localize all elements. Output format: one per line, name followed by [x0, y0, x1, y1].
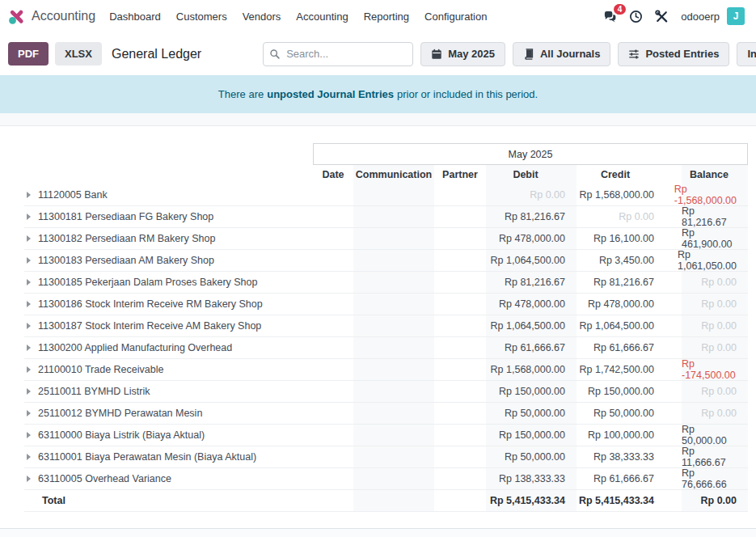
account-row-cell[interactable]: 11300185 Pekerjaan Dalam Proses Bakery S…: [24, 272, 313, 294]
date-filter-label: May 2025: [448, 48, 495, 60]
balance-cell: Rp 0.00: [682, 272, 748, 294]
date-cell: [313, 272, 353, 294]
credit-cell: Rp 61,666.67: [577, 468, 682, 490]
account-row-cell[interactable]: 11120005 Bank: [24, 184, 313, 206]
messages-button[interactable]: 4: [603, 10, 617, 23]
balance-cell: Rp 1,061,050.00: [682, 250, 748, 272]
account-row-cell[interactable]: 11300181 Persediaan FG Bakery Shop: [24, 206, 313, 228]
account-row-cell[interactable]: 11300200 Applied Manufacturing Overhead: [24, 337, 313, 359]
expand-caret-icon[interactable]: [27, 388, 31, 395]
posted-entries-filter[interactable]: Posted Entries: [618, 42, 729, 66]
total-label: Total: [42, 495, 65, 506]
debit-cell: Rp 61,666.67: [486, 337, 577, 359]
communication-cell: [353, 228, 434, 250]
tools-icon: [655, 10, 669, 23]
account-row-cell[interactable]: 11300182 Persediaan RM Bakery Shop: [24, 228, 313, 250]
account-row-cell[interactable]: 11300183 Persediaan AM Bakery Shop: [24, 250, 313, 272]
journals-filter[interactable]: All Journals: [513, 42, 610, 66]
app-name: Accounting: [32, 9, 95, 23]
user-menu[interactable]: odooerp J: [681, 7, 745, 25]
app-switcher[interactable]: Accounting: [8, 8, 95, 25]
menu-item-configuration[interactable]: Configuration: [424, 11, 487, 23]
systray: 4 odooerp J: [603, 7, 745, 25]
expand-caret-icon[interactable]: [27, 476, 31, 482]
account-row-cell[interactable]: 25110012 BYMHD Perawatan Mesin: [24, 403, 313, 425]
date-cell: [313, 294, 353, 315]
account-label: 11300181 Persediaan FG Bakery Shop: [38, 211, 213, 222]
date-cell: [313, 446, 353, 468]
communication-cell: [353, 294, 434, 315]
expand-caret-icon[interactable]: [27, 214, 31, 220]
alert-text-suffix: prior or included in this period.: [397, 88, 538, 100]
partner-cell: [434, 272, 486, 294]
balance-cell: Rp 0.00: [682, 403, 748, 425]
partner-cell: [434, 206, 486, 228]
odoo-logo-icon: [8, 8, 25, 25]
expand-caret-icon[interactable]: [27, 323, 31, 329]
account-row-cell[interactable]: 21100010 Trade Receivable: [24, 359, 313, 381]
date-cell: [313, 228, 353, 250]
menu-item-reporting[interactable]: Reporting: [364, 11, 409, 23]
journals-filter-label: All Journals: [540, 48, 600, 60]
credit-cell: Rp 1,064,500.00: [577, 315, 682, 337]
unposted-entries-link[interactable]: unposted Journal Entries: [267, 88, 394, 100]
pdf-export-button[interactable]: PDF: [8, 42, 49, 66]
debit-cell: Rp 50,000.00: [486, 403, 577, 425]
balance-cell: Rp 0.00: [682, 381, 748, 403]
credit-cell: Rp 50,000.00: [577, 403, 682, 425]
debit-cell: Rp 478,000.00: [486, 294, 577, 315]
communication-cell: [353, 315, 434, 337]
date-cell: [313, 381, 353, 403]
expand-caret-icon[interactable]: [27, 345, 31, 351]
account-label: 63110000 Biaya Listrik (Biaya Aktual): [38, 429, 205, 441]
debit-cell: Rp 1,064,500.00: [486, 315, 577, 337]
expand-caret-icon[interactable]: [27, 235, 31, 242]
debit-cell: Rp 1,568,000.00: [486, 359, 577, 381]
sliders-icon: [628, 49, 640, 60]
expand-caret-icon[interactable]: [27, 192, 31, 198]
expand-caret-icon[interactable]: [27, 257, 31, 264]
menu-item-vendors[interactable]: Vendors: [243, 11, 281, 23]
account-row-cell[interactable]: 25110011 BYMHD Listrik: [24, 381, 313, 403]
menu-item-dashboard[interactable]: Dashboard: [109, 11, 161, 23]
balance-cell: Rp 0.00: [682, 315, 748, 337]
partner-cell: [434, 490, 486, 512]
partner-cell: [434, 381, 486, 403]
communication-cell: [353, 184, 434, 206]
account-row-cell[interactable]: 11300187 Stock Interim Receive AM Bakery…: [24, 315, 313, 337]
menu-item-accounting[interactable]: Accounting: [296, 11, 348, 23]
search-box: [263, 42, 413, 66]
menu-item-customers[interactable]: Customers: [176, 11, 227, 23]
partner-cell: [434, 403, 486, 425]
account-label: 11300186 Stock Interim Receive RM Bakery…: [38, 298, 263, 310]
currency-filter[interactable]: In .Rp: [737, 42, 756, 66]
account-row-cell[interactable]: 11300186 Stock Interim Receive RM Bakery…: [24, 294, 313, 315]
posted-entries-filter-label: Posted Entries: [645, 48, 719, 60]
search-input[interactable]: [263, 42, 413, 66]
account-label: 11300200 Applied Manufacturing Overhead: [38, 342, 232, 353]
expand-caret-icon[interactable]: [27, 279, 31, 285]
expand-caret-icon[interactable]: [27, 410, 31, 416]
expand-caret-icon[interactable]: [27, 301, 31, 307]
tools-button[interactable]: [655, 10, 669, 23]
communication-cell: [353, 337, 434, 359]
account-row-cell[interactable]: 63110000 Biaya Listrik (Biaya Aktual): [24, 425, 313, 446]
page-title: General Ledger: [112, 47, 201, 61]
expand-caret-icon[interactable]: [27, 432, 31, 438]
expand-caret-icon[interactable]: [27, 454, 31, 460]
credit-cell: Rp 16,100.00: [577, 228, 682, 250]
report-content: May 2025DateCommunicationPartnerDebitCre…: [0, 126, 756, 512]
account-row-cell[interactable]: 63110005 Overhead Variance: [24, 468, 313, 490]
account-row-cell[interactable]: 63110001 Biaya Perawatan Mesin (Biaya Ak…: [24, 446, 313, 468]
date-cell: [313, 403, 353, 425]
expand-caret-icon[interactable]: [27, 366, 31, 373]
partner-cell: [434, 228, 486, 250]
date-filter[interactable]: May 2025: [420, 42, 505, 66]
activities-button[interactable]: [629, 10, 643, 23]
clock-icon: [629, 10, 643, 23]
account-label: 11300187 Stock Interim Receive AM Bakery…: [38, 320, 261, 332]
xlsx-export-button[interactable]: XLSX: [55, 42, 102, 66]
date-cell: [313, 490, 353, 512]
debit-cell: Rp 478,000.00: [486, 228, 577, 250]
divider-strip: [0, 113, 756, 126]
